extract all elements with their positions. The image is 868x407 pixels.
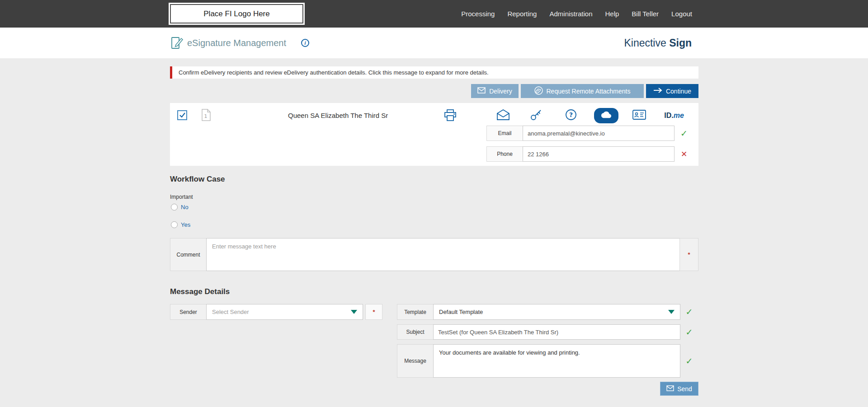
recipient-checkbox[interactable]	[177, 110, 187, 120]
message-status: ✓	[680, 344, 698, 378]
message-details-heading: Message Details	[170, 287, 230, 296]
alert-message: Confirm eDelivery recipients and review …	[179, 69, 489, 76]
option-no-label: No	[181, 204, 189, 211]
subject-input[interactable]	[433, 324, 680, 340]
sender-select[interactable]: Select Sender	[206, 304, 363, 320]
info-icon[interactable]: i	[301, 39, 309, 47]
continue-button-label: Continue	[666, 88, 691, 95]
option-yes-label: Yes	[181, 221, 190, 228]
recipient-panel: 1 Queen SA Elizabeth The Third Sr	[170, 103, 698, 166]
important-field-label: Important	[170, 194, 193, 200]
invalid-cross-icon: ✕	[681, 150, 687, 159]
phone-field-label: Phone	[486, 146, 523, 162]
phone-status: ✕	[675, 146, 693, 162]
brand-name: Kinective	[624, 37, 669, 49]
chevron-down-icon	[351, 310, 357, 314]
main-content: Confirm eDelivery recipients and review …	[0, 58, 868, 407]
idme-auth-option[interactable]: ID.me	[660, 108, 689, 124]
request-remote-attachments-label: Request Remote Attachments	[547, 88, 631, 95]
delivery-button-label: Delivery	[489, 88, 512, 95]
svg-text:?: ?	[569, 111, 573, 118]
idme-logo: ID.me	[664, 112, 684, 120]
kinective-sign-logo: Kinective Sign	[624, 28, 692, 58]
subject-field-label: Subject	[397, 324, 434, 340]
valid-check-icon: ✓	[686, 307, 693, 317]
workflow-case-heading: Workflow Case	[170, 175, 225, 184]
check-icon	[179, 111, 185, 119]
esignature-document-icon	[170, 36, 184, 51]
sender-placeholder: Select Sender	[212, 309, 249, 315]
page: Place FI Logo Here Processing Reporting …	[0, 0, 868, 407]
important-option-yes[interactable]: Yes	[171, 221, 190, 228]
question-mark-icon: ?	[565, 108, 577, 123]
required-asterisk-icon: *	[373, 309, 375, 315]
nav-processing[interactable]: Processing	[461, 10, 495, 18]
key-icon	[530, 108, 542, 123]
security-question-auth-option[interactable]: ?	[561, 108, 581, 124]
print-icon[interactable]	[444, 109, 457, 123]
envelope-icon	[477, 87, 486, 95]
message-textarea[interactable]: Your documents are available for viewing…	[433, 344, 680, 378]
nav-reporting[interactable]: Reporting	[507, 10, 537, 18]
nav-administration[interactable]: Administration	[549, 10, 592, 18]
nav-logout[interactable]: Logout	[671, 10, 692, 18]
required-asterisk-icon: *	[688, 251, 690, 258]
email-auth-option[interactable]	[493, 108, 513, 124]
template-selected-value: Default Template	[439, 309, 483, 315]
comment-required-cell: *	[679, 238, 698, 271]
delivery-button[interactable]: Delivery	[471, 84, 519, 98]
template-field-label: Template	[397, 304, 434, 320]
id-verification-auth-option[interactable]	[629, 108, 649, 124]
edelivery-alert-banner[interactable]: Confirm eDelivery recipients and review …	[170, 66, 698, 79]
nav-user-bill-teller[interactable]: Bill Teller	[632, 10, 659, 18]
cloud-icon	[600, 110, 612, 122]
message-field-label: Message	[397, 344, 434, 378]
email-status: ✓	[675, 126, 693, 141]
template-status: ✓	[680, 304, 698, 320]
selected-auth-option[interactable]	[594, 108, 618, 123]
top-bar: Place FI Logo Here Processing Reporting …	[0, 0, 868, 28]
paperclip-icon	[534, 86, 543, 96]
comment-field-label: Comment	[170, 238, 207, 271]
valid-check-icon: ✓	[686, 356, 693, 366]
envelope-icon	[666, 385, 674, 393]
open-envelope-icon	[496, 109, 510, 122]
top-nav: Processing Reporting Administration Help…	[461, 0, 692, 28]
recipient-document-icon[interactable]: 1	[202, 109, 211, 123]
continue-button[interactable]: Continue	[646, 84, 698, 98]
nav-help[interactable]: Help	[605, 10, 619, 18]
svg-text:1: 1	[204, 113, 208, 119]
send-button-label: Send	[677, 385, 692, 393]
passcode-auth-option[interactable]	[526, 108, 546, 124]
id-card-icon	[632, 109, 646, 122]
arrow-right-icon	[653, 87, 662, 95]
app-header: eSignature Management i Kinective Sign	[0, 28, 868, 58]
valid-check-icon: ✓	[680, 128, 688, 139]
recipient-name: Queen SA Elizabeth The Third Sr	[288, 112, 388, 119]
email-field-label: Email	[486, 126, 523, 141]
sender-field-label: Sender	[170, 304, 207, 320]
template-select[interactable]: Default Template	[433, 304, 680, 320]
phone-input[interactable]	[523, 146, 675, 162]
email-input[interactable]	[523, 126, 675, 141]
radio-icon	[171, 221, 178, 228]
comment-textarea[interactable]	[206, 238, 680, 271]
sender-required-cell: *	[365, 304, 382, 320]
brand-product: Sign	[669, 37, 692, 49]
fi-logo-placeholder: Place FI Logo Here	[170, 4, 303, 23]
send-button[interactable]: Send	[660, 382, 698, 396]
valid-check-icon: ✓	[686, 327, 693, 337]
page-title: eSignature Management	[187, 28, 286, 58]
request-remote-attachments-button[interactable]: Request Remote Attachments	[521, 84, 644, 98]
radio-icon	[171, 204, 178, 211]
chevron-down-icon	[668, 310, 675, 314]
subject-status: ✓	[680, 324, 698, 340]
important-option-no[interactable]: No	[171, 204, 189, 211]
